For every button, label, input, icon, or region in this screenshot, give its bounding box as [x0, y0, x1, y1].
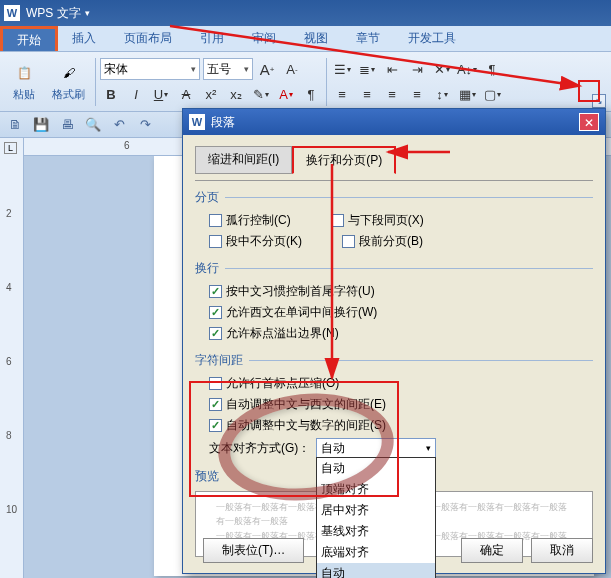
checkbox-label: 自动调整中文与西文的间距(E) [226, 396, 386, 413]
page-break-before-checkbox[interactable]: 段前分页(B) [342, 233, 423, 250]
line-spacing-button[interactable]: ↕ [431, 83, 453, 105]
paragraph-dialog: W 段落 ✕ 缩进和间距(I) 换行和分页(P) 分页 孤行控制(C) 与下段同… [182, 108, 606, 574]
dropdown-option[interactable]: 底端对齐 [317, 542, 435, 563]
font-name-combo[interactable]: 宋体▾ [100, 58, 200, 80]
chevron-down-icon: ▾ [426, 443, 431, 453]
tab-review[interactable]: 审阅 [238, 26, 290, 51]
latin-wrap-checkbox[interactable]: ✓允许西文在单词中间换行(W) [209, 304, 377, 321]
dialog-titlebar[interactable]: W 段落 ✕ [183, 109, 605, 135]
checkbox-checked-icon: ✓ [209, 327, 222, 340]
checkbox-label: 段前分页(B) [359, 233, 423, 250]
paragraph-dialog-launcher[interactable]: ↘ [592, 94, 606, 108]
align-justify-button[interactable]: ≡ [406, 83, 428, 105]
align-center-button[interactable]: ≡ [356, 83, 378, 105]
dropdown-option[interactable]: 顶端对齐 [317, 479, 435, 500]
save-button[interactable]: 💾 [32, 116, 50, 134]
dropdown-option[interactable]: 基线对齐 [317, 521, 435, 542]
italic-button[interactable]: I [125, 83, 147, 105]
tab-insert[interactable]: 插入 [58, 26, 110, 51]
format-painter-button[interactable]: 🖌 格式刷 [46, 57, 91, 106]
checkbox-checked-icon: ✓ [209, 419, 222, 432]
checkbox-icon [342, 235, 355, 248]
paste-button[interactable]: 📋 粘贴 [6, 57, 42, 106]
char-scale-button[interactable]: ✕ [431, 58, 453, 80]
sort-button[interactable]: A↓ [456, 58, 478, 80]
subscript-button[interactable]: x₂ [225, 83, 247, 105]
decrease-indent-button[interactable]: ⇤ [381, 58, 403, 80]
cn-first-last-checkbox[interactable]: ✓按中文习惯控制首尾字符(U) [209, 283, 375, 300]
ruler-tab-selector[interactable]: L [4, 142, 17, 154]
show-marks-button[interactable]: ¶ [481, 58, 503, 80]
paste-label: 粘贴 [13, 87, 35, 102]
dropdown-option[interactable]: 自动 [317, 563, 435, 578]
tab-developer[interactable]: 开发工具 [394, 26, 470, 51]
auto-cn-latin-checkbox[interactable]: ✓自动调整中文与西文的间距(E) [209, 396, 386, 413]
text-align-label: 文本对齐方式(G)： [209, 440, 310, 457]
bullets-button[interactable]: ☰ [331, 58, 353, 80]
tab-line-page-breaks[interactable]: 换行和分页(P) [292, 146, 396, 174]
ruler-mark: 4 [6, 282, 12, 293]
checkbox-label: 与下段同页(X) [348, 212, 424, 229]
app-menu-dropdown-icon[interactable]: ▾ [85, 8, 90, 18]
auto-cn-num-checkbox[interactable]: ✓自动调整中文与数字的间距(S) [209, 417, 386, 434]
font-group: 宋体▾ 五号▾ A+ A- B I U A x² x₂ ✎ A ¶ [100, 58, 322, 105]
keep-with-next-checkbox[interactable]: 与下段同页(X) [331, 212, 424, 229]
dropdown-option[interactable]: 自动 [317, 458, 435, 479]
checkbox-icon [209, 214, 222, 227]
print-preview-button[interactable]: 🔍 [84, 116, 102, 134]
increase-indent-button[interactable]: ⇥ [406, 58, 428, 80]
text-align-dropdown[interactable]: 自动▾ 自动 顶端对齐 居中对齐 基线对齐 底端对齐 自动 [316, 438, 436, 458]
brush-icon: 🖌 [57, 61, 81, 85]
font-color-button[interactable]: A [275, 83, 297, 105]
shading-button[interactable]: ▦ [456, 83, 478, 105]
punct-overflow-checkbox[interactable]: ✓允许标点溢出边界(N) [209, 325, 339, 342]
tab-divider [195, 180, 593, 181]
widow-control-checkbox[interactable]: 孤行控制(C) [209, 212, 291, 229]
tab-indent-spacing[interactable]: 缩进和间距(I) [195, 146, 292, 174]
checkbox-checked-icon: ✓ [209, 285, 222, 298]
borders-button[interactable]: ▢ [481, 83, 503, 105]
ribbon-separator [95, 58, 96, 106]
strike-button[interactable]: A [175, 83, 197, 105]
font-size-combo[interactable]: 五号▾ [203, 58, 253, 80]
ruler-mark: 10 [6, 504, 17, 515]
checkbox-icon [209, 235, 222, 248]
compress-punct-checkbox[interactable]: 允许行首标点压缩(O) [209, 375, 339, 392]
chevron-down-icon: ▾ [244, 64, 249, 74]
bold-button[interactable]: B [100, 83, 122, 105]
phonetic-button[interactable]: ¶ [300, 83, 322, 105]
new-button[interactable]: 🗎 [6, 116, 24, 134]
dropdown-option[interactable]: 居中对齐 [317, 500, 435, 521]
print-button[interactable]: 🖶 [58, 116, 76, 134]
tab-section[interactable]: 章节 [342, 26, 394, 51]
dropdown-value: 自动 [321, 440, 345, 457]
highlight-button[interactable]: ✎ [250, 83, 272, 105]
ok-button[interactable]: 确定 [461, 538, 523, 563]
app-logo: W [4, 5, 20, 21]
tab-page-layout[interactable]: 页面布局 [110, 26, 186, 51]
shrink-font-button[interactable]: A- [281, 58, 303, 80]
paragraph-group: ☰ ≣ ⇤ ⇥ ✕ A↓ ¶ ≡ ≡ ≡ ≡ ↕ ▦ ▢ [331, 58, 503, 105]
cancel-button[interactable]: 取消 [531, 538, 593, 563]
tab-view[interactable]: 视图 [290, 26, 342, 51]
section-label: 换行 [195, 260, 593, 277]
dialog-title: 段落 [211, 114, 235, 131]
undo-button[interactable]: ↶ [110, 116, 128, 134]
tabstops-button[interactable]: 制表位(T)… [203, 538, 304, 563]
tab-references[interactable]: 引用 [186, 26, 238, 51]
keep-lines-together-checkbox[interactable]: 段中不分页(K) [209, 233, 302, 250]
checkbox-label: 允许标点溢出边界(N) [226, 325, 339, 342]
section-line-break: 换行 ✓按中文习惯控制首尾字符(U) ✓允许西文在单词中间换行(W) ✓允许标点… [195, 260, 593, 344]
underline-button[interactable]: U [150, 83, 172, 105]
align-right-button[interactable]: ≡ [381, 83, 403, 105]
checkbox-icon [331, 214, 344, 227]
dropdown-list: 自动 顶端对齐 居中对齐 基线对齐 底端对齐 自动 [316, 457, 436, 578]
grow-font-button[interactable]: A+ [256, 58, 278, 80]
superscript-button[interactable]: x² [200, 83, 222, 105]
redo-button[interactable]: ↷ [136, 116, 154, 134]
align-left-button[interactable]: ≡ [331, 83, 353, 105]
tab-start[interactable]: 开始 [0, 26, 58, 51]
font-size-value: 五号 [207, 61, 231, 78]
close-button[interactable]: ✕ [579, 113, 599, 131]
numbering-button[interactable]: ≣ [356, 58, 378, 80]
